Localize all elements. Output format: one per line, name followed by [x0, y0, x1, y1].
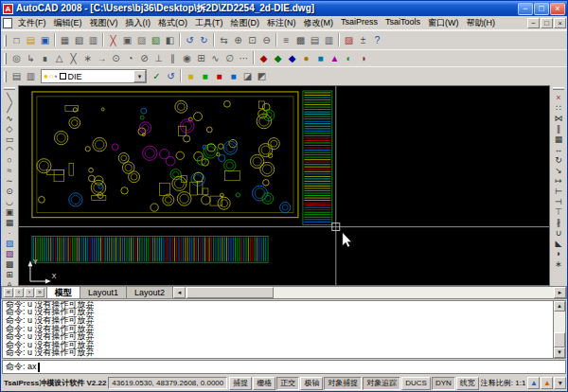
plot-preview-icon[interactable]: ▧ [72, 33, 86, 47]
custom-tool-icon[interactable]: ◆ [271, 51, 285, 65]
tsai-layer-tool-icon[interactable]: ◪ [240, 69, 255, 83]
coordinates-display[interactable]: 43619.0530, 48379.2608, 0.0000 [108, 377, 227, 389]
quickcalc-icon[interactable]: ± [356, 33, 370, 47]
menu-item-tsaitools[interactable]: TsaiTools [382, 17, 424, 29]
extend-icon[interactable]: ⊣ [551, 196, 566, 206]
temporary-track-point-icon[interactable]: ◎ [9, 51, 24, 65]
save-icon[interactable]: ▣ [38, 33, 52, 47]
menu-item-format[interactable]: 格式(O) [154, 17, 191, 29]
undo-icon[interactable]: ↺ [183, 33, 197, 47]
status-toggle-polar[interactable]: 极轴 [300, 377, 323, 390]
explode-icon[interactable]: ∗ [551, 258, 566, 269]
open-icon[interactable]: ▤ [24, 33, 38, 47]
cad-drawing[interactable]: YX [19, 86, 549, 285]
scroll-right-icon[interactable]: ► [554, 287, 566, 298]
last-tab-button[interactable]: » [35, 288, 44, 297]
toolbar-grip[interactable] [4, 53, 7, 64]
block-editor-icon[interactable]: ◧ [163, 33, 177, 47]
layer-states-manager-icon[interactable]: ▥ [24, 69, 38, 83]
menu-item-dimension[interactable]: 标注(N) [263, 17, 300, 29]
menu-item-file[interactable]: 文件(F) [14, 17, 50, 29]
snap-parallel-icon[interactable]: ∥ [166, 51, 180, 65]
cut-icon[interactable]: ╳ [106, 33, 120, 47]
rectangle-icon[interactable]: ▭ [2, 134, 17, 144]
gradient-icon[interactable]: ▧ [2, 248, 17, 258]
snap-insert-icon[interactable]: ⊞ [194, 51, 208, 65]
zoom-window-icon[interactable]: ⊡ [245, 33, 259, 47]
snap-midpoint-icon[interactable]: △ [52, 51, 66, 65]
scale-icon[interactable]: ↘ [551, 165, 566, 175]
doc-minimize-button[interactable]: − [527, 18, 540, 28]
copy-clip-icon[interactable]: ▣ [120, 33, 134, 47]
point-icon[interactable]: · [2, 227, 17, 238]
scroll-left-icon[interactable]: ◄ [173, 287, 186, 298]
join-icon[interactable]: ∪ [551, 227, 566, 238]
erase-icon[interactable]: × [551, 92, 566, 102]
status-toggle-osnap[interactable]: 对象捕捉 [324, 377, 362, 390]
hatch-icon[interactable]: ▨ [2, 238, 17, 248]
snap-apparent-intersection-icon[interactable]: ∗ [80, 51, 95, 65]
pan-icon[interactable]: ⇆ [217, 33, 231, 47]
menu-item-edit[interactable]: 编辑(E) [50, 17, 86, 29]
scroll-down-icon[interactable]: ▼ [554, 347, 565, 358]
tab-layout1[interactable]: Layout1 [80, 286, 127, 299]
annotation-autoscale-icon[interactable]: ▲ [541, 377, 553, 389]
chevron-down-icon[interactable]: ▾ [133, 70, 146, 82]
paste-icon[interactable]: ▨ [134, 33, 149, 47]
fillet-icon[interactable]: ◗ [551, 248, 566, 258]
custom-tool-icon[interactable]: ◑ [356, 51, 370, 65]
custom-tool-icon[interactable]: ◆ [257, 51, 271, 65]
menu-item-tools[interactable]: 工具(T) [191, 17, 227, 29]
break-icon[interactable]: ∦ [551, 217, 566, 227]
table-icon[interactable]: ⊞ [2, 269, 17, 279]
insert-block-icon[interactable]: ▣ [2, 206, 17, 217]
make-object-layer-current-icon[interactable]: ✓ [150, 69, 164, 83]
move-icon[interactable]: ↔ [551, 144, 566, 154]
status-toggle-otrack[interactable]: 对象追踪 [363, 377, 400, 390]
circle-icon[interactable]: ○ [2, 154, 17, 165]
status-toggle-ducs[interactable]: DUCS [401, 377, 431, 390]
tsai-layer-tool-icon[interactable]: ■ [198, 69, 212, 83]
doc-restore-button[interactable]: □ [541, 18, 553, 28]
custom-tool-icon[interactable]: ◆ [285, 51, 299, 65]
tsai-layer-tool-icon[interactable]: ■ [226, 69, 240, 83]
scrollbar-thumb[interactable] [554, 332, 565, 347]
toolbar-grip[interactable] [4, 35, 7, 46]
first-tab-button[interactable]: « [4, 288, 13, 297]
tab-model[interactable]: 模型 [47, 286, 80, 299]
menu-item-insert[interactable]: 插入(I) [122, 17, 155, 29]
zoom-realtime-icon[interactable]: ⊕ [231, 33, 245, 47]
help-icon[interactable]: ? [370, 33, 384, 47]
region-icon[interactable]: ▩ [2, 258, 17, 269]
menu-item-view[interactable]: 视图(V) [86, 17, 122, 29]
scrollbar-track[interactable] [186, 287, 554, 298]
polygon-icon[interactable]: ◇ [2, 123, 17, 134]
tsai-layer-tool-icon[interactable]: ■ [212, 69, 226, 83]
chamfer-icon[interactable]: ◣ [551, 238, 566, 248]
custom-tool-icon[interactable]: ● [299, 51, 313, 65]
vertical-scrollbar[interactable]: ▲ ▼ [553, 301, 565, 358]
zoom-previous-icon[interactable]: ⊖ [259, 33, 274, 47]
tool-palettes-icon[interactable]: ▤ [308, 33, 322, 47]
maximize-button[interactable]: □ [534, 3, 549, 15]
scroll-up-icon[interactable]: ▲ [554, 301, 565, 312]
snap-extension-icon[interactable]: → [95, 51, 109, 65]
menu-item-draw[interactable]: 绘图(D) [227, 17, 264, 29]
close-button[interactable]: × [550, 3, 565, 15]
snap-node-icon[interactable]: ◉ [180, 51, 194, 65]
doc-close-button[interactable]: × [554, 18, 566, 28]
spline-icon[interactable]: ∼ [2, 175, 17, 186]
snap-center-icon[interactable]: ⊙ [109, 51, 123, 65]
snap-quadrant-icon[interactable]: ◔ [123, 51, 137, 65]
status-toggle-dyn[interactable]: DYN [432, 377, 455, 390]
array-icon[interactable]: ▦ [551, 134, 566, 144]
layer-properties-manager-icon[interactable]: ▤ [9, 69, 24, 83]
scrollbar-track[interactable] [554, 312, 565, 347]
status-toggle-lwt[interactable]: 线宽 [456, 377, 479, 390]
tsai-layer-tool-icon[interactable]: ◩ [255, 69, 269, 83]
snap-perpendicular-icon[interactable]: ⊥ [151, 51, 166, 65]
designcenter-icon[interactable]: ▩ [293, 33, 308, 47]
copy-object-icon[interactable]: ∷ [551, 102, 566, 113]
menu-item-modify[interactable]: 修改(M) [300, 17, 338, 29]
layer-previous-icon[interactable]: ↺ [164, 69, 178, 83]
